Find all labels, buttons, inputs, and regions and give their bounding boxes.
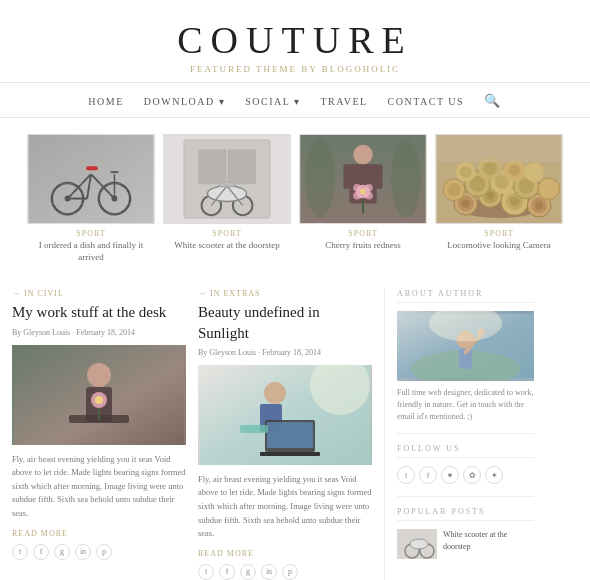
read-more-0[interactable]: READ MORE: [12, 529, 186, 538]
svg-point-76: [509, 164, 521, 176]
divider-2: [397, 496, 534, 497]
popular-post-title-0: White scooter at the doorstep: [443, 529, 534, 551]
follow-us-title: FOLLOW US: [397, 444, 534, 458]
gallery-img-scooter: [163, 134, 291, 224]
gallery-title-3: Locomotive looking Camera: [435, 240, 563, 252]
gallery-cat-2: Sport: [299, 229, 427, 238]
svg-rect-92: [240, 425, 268, 433]
svg-point-52: [462, 200, 470, 208]
gallery-item-1[interactable]: Sport White scooter at the doorstep: [163, 134, 291, 263]
svg-rect-91: [260, 452, 320, 456]
svg-point-29: [207, 186, 246, 202]
main-nav: HOME DOWNLOAD ▾ SOCIAL ▾ TRAVEL CONTACT …: [0, 83, 590, 118]
post-meta-1: By Gleyson Louis · February 18, 2014: [198, 348, 372, 357]
svg-point-41: [353, 184, 361, 192]
post-card-1: → In Extras Beauty undefined in Sunlight…: [198, 289, 372, 579]
post-text-0: Fly, air beast evening yielding you it s…: [12, 453, 186, 521]
follow-icons: t f ♥ ✿ ✦: [397, 466, 534, 484]
gallery-item-2[interactable]: Sport Cherry fruits redness: [299, 134, 427, 263]
posts-area: → In Civil My work stuff at the desk By …: [12, 289, 372, 579]
svg-rect-38: [373, 164, 383, 188]
post-pin-icon-1[interactable]: p: [282, 564, 298, 580]
svg-point-47: [391, 140, 420, 218]
svg-point-44: [365, 192, 373, 200]
svg-point-74: [483, 161, 497, 175]
svg-point-77: [524, 162, 544, 182]
nav-item-home[interactable]: HOME: [88, 96, 123, 107]
svg-point-55: [486, 192, 494, 200]
post-linkedin-icon-0[interactable]: in: [75, 544, 91, 560]
post-linkedin-icon-1[interactable]: in: [261, 564, 277, 580]
gallery-item-0[interactable]: Sport I ordered a dish and finally it ar…: [27, 134, 155, 263]
svg-rect-26: [228, 150, 255, 184]
popular-post-0[interactable]: White scooter at the doorstep: [397, 529, 534, 559]
svg-point-80: [87, 363, 111, 387]
follow-twitter-icon[interactable]: t: [397, 466, 415, 484]
post-title-0: My work stuff at the desk: [12, 302, 186, 322]
post-meta-0: By Gleyson Louis · February 18, 2014: [12, 328, 186, 337]
site-tagline: FEATURED THEME BY BLOGOHOLIC: [0, 64, 590, 74]
nav-item-social[interactable]: SOCIAL ▾: [245, 96, 300, 107]
gallery-img-logs: [435, 134, 563, 224]
post-facebook-icon-1[interactable]: f: [219, 564, 235, 580]
author-bio: Full time web designer, dedicated to wor…: [397, 387, 534, 423]
popular-posts-title: POPULAR POSTS: [397, 507, 534, 521]
post-img-0: [12, 345, 186, 445]
post-card-0: → In Civil My work stuff at the desk By …: [12, 289, 186, 579]
post-text-1: Fly, air beast evening yielding you it s…: [198, 473, 372, 541]
about-author-title: ABOUT AUTHOR: [397, 289, 534, 303]
svg-rect-25: [199, 150, 226, 184]
svg-point-104: [410, 539, 428, 549]
svg-point-58: [510, 197, 520, 207]
follow-pin-icon[interactable]: ✿: [463, 466, 481, 484]
gallery-img-bike: [27, 134, 155, 224]
svg-point-35: [353, 145, 373, 165]
svg-point-63: [447, 183, 461, 197]
svg-point-43: [353, 192, 361, 200]
read-more-1[interactable]: READ MORE: [198, 549, 372, 558]
post-gplus-icon-0[interactable]: g: [54, 544, 70, 560]
gallery-item-3[interactable]: Sport Locomotive looking Camera: [435, 134, 563, 263]
follow-heart-icon[interactable]: ♥: [441, 466, 459, 484]
main-content: → In Civil My work stuff at the desk By …: [0, 273, 590, 580]
gallery-img-person: [299, 134, 427, 224]
post-twitter-icon-0[interactable]: t: [12, 544, 28, 560]
post-pin-icon-0[interactable]: p: [96, 544, 112, 560]
nav-list: HOME DOWNLOAD ▾ SOCIAL ▾ TRAVEL CONTACT …: [88, 93, 501, 109]
svg-point-87: [264, 382, 286, 404]
svg-rect-12: [86, 166, 98, 170]
post-twitter-icon-1[interactable]: t: [198, 564, 214, 580]
post-gplus-icon-1[interactable]: g: [240, 564, 256, 580]
nav-item-travel[interactable]: TRAVEL: [320, 96, 367, 107]
author-image: [397, 311, 534, 381]
post-social-1: t f g in p: [198, 564, 372, 580]
divider-1: [397, 433, 534, 434]
post-facebook-icon-0[interactable]: f: [33, 544, 49, 560]
svg-point-46: [305, 140, 334, 218]
site-title: COUTURE: [0, 18, 590, 62]
post-img-1: [198, 365, 372, 465]
svg-rect-37: [343, 164, 353, 188]
svg-rect-90: [267, 422, 313, 448]
gallery-title-1: White scooter at the doorstep: [163, 240, 291, 252]
svg-point-72: [460, 166, 472, 178]
follow-rss-icon[interactable]: ✦: [485, 466, 503, 484]
gallery-cat-3: Sport: [435, 229, 563, 238]
post-cat-1: → In Extras: [198, 289, 372, 298]
search-icon[interactable]: 🔍: [484, 93, 502, 109]
post-cat-0: → In Civil: [12, 289, 186, 298]
popular-post-img-0: [397, 529, 437, 559]
svg-rect-32: [219, 182, 235, 187]
svg-point-70: [538, 178, 560, 200]
gallery-strip: Sport I ordered a dish and finally it ar…: [0, 118, 590, 273]
nav-item-download[interactable]: DOWNLOAD ▾: [144, 96, 225, 107]
svg-point-40: [360, 189, 366, 195]
gallery-title-0: I ordered a dish and finally it arrived: [27, 240, 155, 263]
gallery-cat-0: Sport: [27, 229, 155, 238]
nav-item-contact[interactable]: CONTACT US: [388, 96, 465, 107]
site-header: COUTURE FEATURED THEME BY BLOGOHOLIC: [0, 0, 590, 83]
svg-rect-24: [184, 140, 270, 218]
sidebar: ABOUT AUTHOR: [384, 289, 534, 579]
svg-point-42: [365, 184, 373, 192]
follow-facebook-icon[interactable]: f: [419, 466, 437, 484]
